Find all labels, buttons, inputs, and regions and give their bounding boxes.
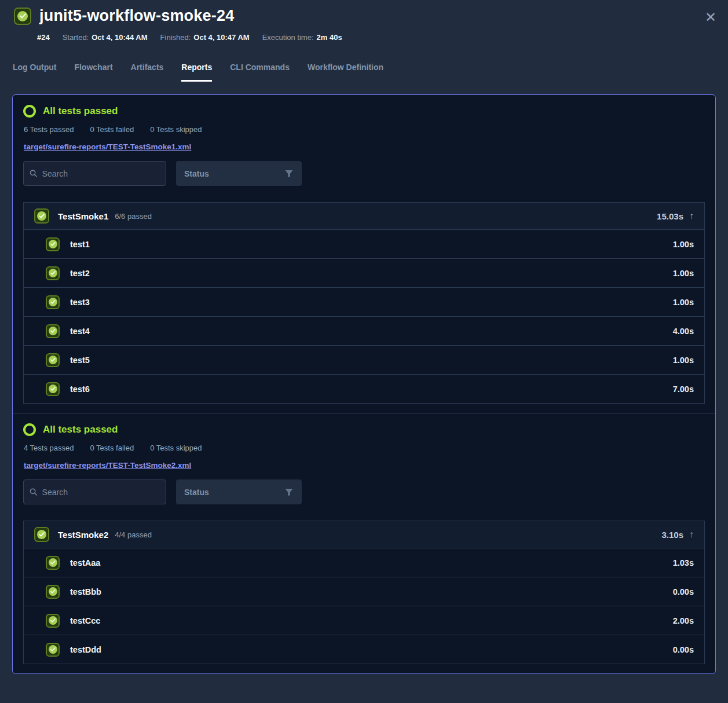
test-duration: 7.00s [673, 385, 694, 394]
status-filter-label: Status [184, 488, 209, 497]
test-row: test3 1.00s [24, 287, 704, 316]
test-row: test4 4.00s [24, 316, 704, 345]
started-label: Started: [63, 33, 89, 42]
tab-flowchart[interactable]: Flowchart [74, 63, 112, 82]
tests-failed-count: 0 Tests failed [90, 444, 134, 452]
test-duration: 1.00s [673, 298, 694, 307]
tests-passed-count: 4 Tests passed [24, 444, 74, 452]
test-check-icon [46, 353, 60, 367]
report-xml-link[interactable]: target/surefire-reports/TEST-TestSmoke1.… [24, 142, 191, 151]
suite-duration: 3.10s [661, 530, 683, 540]
search-field[interactable] [23, 479, 166, 504]
suite-name: TestSmoke2 [58, 530, 108, 540]
test-check-icon [46, 237, 60, 251]
test-check-icon [46, 585, 60, 599]
test-name: testAaa [70, 558, 100, 567]
test-name: test5 [70, 356, 90, 365]
suite-header-row[interactable]: TestSmoke1 6/6 passed 15.03s ↑ [24, 203, 704, 229]
suite-summary: 4/4 passed [115, 530, 152, 539]
section-status-header: All tests passed [23, 105, 705, 118]
close-icon[interactable]: ✕ [703, 9, 719, 25]
section-status-text: All tests passed [43, 105, 118, 117]
report-section-testsmoke1: All tests passed 6 Tests passed 0 Tests … [13, 95, 715, 413]
reports-card: All tests passed 6 Tests passed 0 Tests … [12, 94, 716, 674]
test-duration: 0.00s [673, 645, 694, 654]
test-row: testBbb 0.00s [24, 577, 704, 606]
workflow-status-check-icon [14, 8, 31, 25]
test-check-icon [46, 382, 60, 396]
finished-label: Finished: [160, 33, 191, 42]
test-counts: 6 Tests passed 0 Tests failed 0 Tests sk… [24, 125, 705, 134]
execution-time-value: 2m 40s [317, 33, 342, 42]
finished-pair: Finished: Oct 4, 10:47 AM [160, 33, 250, 42]
test-duration: 1.00s [673, 356, 694, 365]
test-name: test2 [70, 269, 90, 278]
tab-reports[interactable]: Reports [181, 63, 212, 82]
test-suite-table: TestSmoke2 4/4 passed 3.10s ↑ testAaa 1.… [23, 521, 705, 664]
funnel-icon [284, 488, 294, 497]
search-icon [30, 488, 38, 496]
test-row: test1 1.00s [24, 229, 704, 258]
test-check-icon [46, 556, 60, 570]
tests-skipped-count: 0 Tests skipped [150, 444, 202, 452]
test-row: testAaa 1.03s [24, 548, 704, 577]
test-row: test5 1.00s [24, 345, 704, 374]
test-check-icon [46, 324, 60, 338]
execution-time-pair: Execution time: 2m 40s [262, 33, 342, 42]
test-duration: 0.00s [673, 587, 694, 596]
suite-check-icon [34, 208, 49, 224]
test-name: testDdd [70, 645, 101, 654]
suite-duration: 15.03s [657, 211, 683, 221]
tab-cli-commands[interactable]: CLI Commands [230, 63, 290, 82]
passed-ring-icon [23, 105, 36, 118]
test-suite-table: TestSmoke1 6/6 passed 15.03s ↑ test1 1.0… [23, 202, 705, 404]
suite-header-row[interactable]: TestSmoke2 4/4 passed 3.10s ↑ [24, 521, 704, 548]
test-name: testCcc [70, 616, 100, 625]
tab-bar: Log Output Flowchart Artifacts Reports C… [13, 63, 728, 82]
test-row: testDdd 0.00s [24, 635, 704, 664]
tab-artifacts[interactable]: Artifacts [131, 63, 164, 82]
finished-value: Oct 4, 10:47 AM [193, 33, 249, 42]
test-duration: 1.00s [673, 269, 694, 278]
test-row: test6 7.00s [24, 374, 704, 403]
run-number: #24 [37, 33, 50, 42]
test-check-icon [46, 295, 60, 309]
test-name: test3 [70, 298, 90, 307]
test-check-icon [46, 614, 60, 628]
filters-row: Status [23, 479, 705, 504]
search-input[interactable] [42, 488, 160, 497]
test-check-icon [46, 643, 60, 657]
test-duration: 1.03s [673, 558, 694, 567]
test-duration: 4.00s [673, 327, 694, 336]
search-field[interactable] [23, 161, 166, 186]
test-name: testBbb [70, 587, 101, 596]
started-value: Oct 4, 10:44 AM [92, 33, 147, 42]
suite-name: TestSmoke1 [58, 211, 108, 221]
test-name: test4 [70, 327, 90, 336]
filters-row: Status [23, 161, 705, 186]
status-filter-dropdown[interactable]: Status [176, 479, 302, 504]
test-name: test1 [70, 240, 90, 249]
status-filter-label: Status [184, 169, 209, 178]
page-title: junit5-workflow-smoke-24 [39, 7, 234, 25]
passed-ring-icon [23, 423, 36, 436]
suite-summary: 6/6 passed [115, 212, 152, 221]
test-row: test2 1.00s [24, 258, 704, 287]
suite-check-icon [34, 527, 49, 542]
test-name: test6 [70, 385, 90, 394]
test-duration: 2.00s [673, 616, 694, 625]
collapse-arrow-up-icon[interactable]: ↑ [689, 529, 694, 540]
tests-passed-count: 6 Tests passed [24, 125, 74, 134]
tab-log-output[interactable]: Log Output [13, 63, 56, 82]
test-row: testCcc 2.00s [24, 606, 704, 635]
section-status-text: All tests passed [43, 424, 118, 435]
workflow-header: junit5-workflow-smoke-24 [0, 0, 728, 25]
report-section-testsmoke2: All tests passed 4 Tests passed 0 Tests … [13, 413, 715, 673]
status-filter-dropdown[interactable]: Status [176, 161, 302, 186]
report-xml-link[interactable]: target/surefire-reports/TEST-TestSmoke2.… [24, 461, 191, 470]
collapse-arrow-up-icon[interactable]: ↑ [689, 211, 694, 221]
test-check-icon [46, 266, 60, 280]
started-pair: Started: Oct 4, 10:44 AM [63, 33, 148, 42]
tab-workflow-definition[interactable]: Workflow Definition [308, 63, 383, 82]
search-input[interactable] [42, 169, 160, 178]
